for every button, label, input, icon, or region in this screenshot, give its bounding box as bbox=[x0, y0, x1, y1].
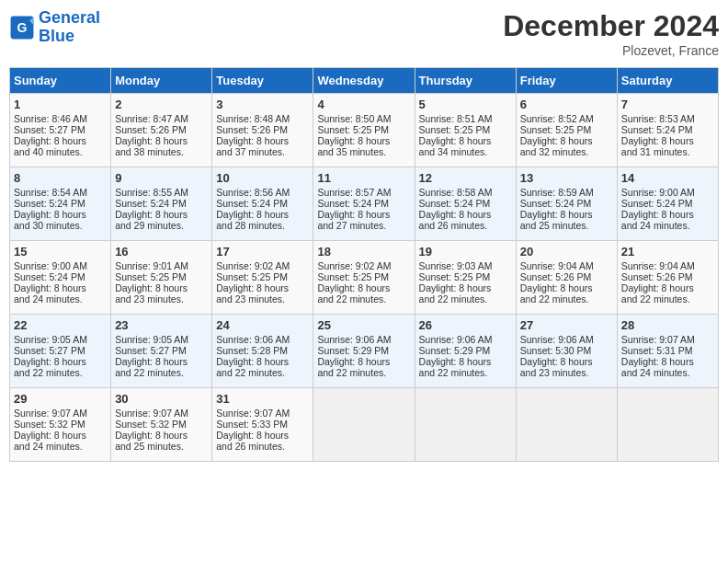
day-info: Daylight: 8 hours bbox=[419, 356, 512, 367]
day-info: and 25 minutes. bbox=[520, 220, 613, 231]
month-title: December 2024 bbox=[503, 9, 719, 43]
day-info: Sunrise: 9:06 AM bbox=[419, 334, 512, 345]
day-info: Daylight: 8 hours bbox=[621, 356, 714, 367]
calendar-cell: 6Sunrise: 8:52 AMSunset: 5:25 PMDaylight… bbox=[516, 94, 617, 167]
day-info: and 24 minutes. bbox=[621, 367, 714, 378]
day-info: Sunset: 5:30 PM bbox=[520, 345, 613, 356]
day-info: and 31 minutes. bbox=[621, 146, 714, 157]
day-info: Daylight: 8 hours bbox=[520, 356, 613, 367]
day-info: and 37 minutes. bbox=[216, 146, 309, 157]
day-info: Daylight: 8 hours bbox=[14, 356, 107, 367]
calendar-cell: 27Sunrise: 9:06 AMSunset: 5:30 PMDayligh… bbox=[516, 315, 617, 388]
day-info: and 22 minutes. bbox=[419, 293, 512, 304]
calendar-cell: 4Sunrise: 8:50 AMSunset: 5:25 PMDaylight… bbox=[313, 94, 415, 167]
calendar-cell: 15Sunrise: 9:00 AMSunset: 5:24 PMDayligh… bbox=[10, 241, 111, 315]
day-info: Daylight: 8 hours bbox=[621, 135, 714, 146]
day-info: and 28 minutes. bbox=[216, 220, 309, 231]
day-info: Daylight: 8 hours bbox=[317, 356, 410, 367]
day-info: Sunrise: 8:50 AM bbox=[317, 113, 410, 124]
day-info: Sunset: 5:29 PM bbox=[419, 345, 512, 356]
calendar-cell: 2Sunrise: 8:47 AMSunset: 5:26 PMDaylight… bbox=[111, 94, 212, 167]
calendar-cell: 7Sunrise: 8:53 AMSunset: 5:24 PMDaylight… bbox=[617, 94, 718, 167]
day-header-wednesday: Wednesday bbox=[313, 68, 415, 94]
calendar-cell: 29Sunrise: 9:07 AMSunset: 5:32 PMDayligh… bbox=[10, 388, 111, 462]
day-info: Sunrise: 8:46 AM bbox=[14, 113, 107, 124]
day-info: Sunrise: 8:58 AM bbox=[419, 187, 512, 198]
calendar-cell: 10Sunrise: 8:56 AMSunset: 5:24 PMDayligh… bbox=[212, 167, 313, 241]
day-info: Sunset: 5:26 PM bbox=[621, 271, 714, 282]
calendar-cell: 17Sunrise: 9:02 AMSunset: 5:25 PMDayligh… bbox=[212, 241, 313, 315]
day-number: 15 bbox=[14, 245, 107, 259]
title-block: December 2024 Plozevet, France bbox=[503, 9, 719, 58]
day-number: 28 bbox=[621, 318, 714, 332]
day-info: Sunrise: 9:07 AM bbox=[14, 408, 107, 419]
day-info: Sunset: 5:27 PM bbox=[14, 345, 107, 356]
day-info: Sunrise: 9:07 AM bbox=[216, 408, 309, 419]
day-info: Sunrise: 9:06 AM bbox=[216, 334, 309, 345]
calendar-cell: 16Sunrise: 9:01 AMSunset: 5:25 PMDayligh… bbox=[111, 241, 212, 315]
day-info: Daylight: 8 hours bbox=[520, 135, 613, 146]
day-number: 9 bbox=[115, 171, 208, 185]
logo-text: GeneralBlue bbox=[39, 9, 100, 46]
calendar-table: SundayMondayTuesdayWednesdayThursdayFrid… bbox=[9, 67, 719, 462]
day-info: Sunset: 5:24 PM bbox=[317, 198, 410, 209]
day-info: Daylight: 8 hours bbox=[115, 282, 208, 293]
day-info: and 26 minutes. bbox=[216, 441, 309, 452]
calendar-cell: 30Sunrise: 9:07 AMSunset: 5:32 PMDayligh… bbox=[111, 388, 212, 462]
calendar-cell: 23Sunrise: 9:05 AMSunset: 5:27 PMDayligh… bbox=[111, 315, 212, 388]
calendar-cell: 20Sunrise: 9:04 AMSunset: 5:26 PMDayligh… bbox=[516, 241, 617, 315]
day-number: 23 bbox=[115, 318, 208, 332]
day-info: and 23 minutes. bbox=[115, 293, 208, 304]
calendar-cell: 28Sunrise: 9:07 AMSunset: 5:31 PMDayligh… bbox=[617, 315, 718, 388]
day-info: and 30 minutes. bbox=[14, 220, 107, 231]
day-info: Sunset: 5:25 PM bbox=[115, 271, 208, 282]
day-info: Sunrise: 9:07 AM bbox=[621, 334, 714, 345]
day-info: Sunset: 5:32 PM bbox=[14, 419, 107, 430]
day-info: Sunrise: 9:00 AM bbox=[14, 260, 107, 271]
day-info: and 22 minutes. bbox=[216, 367, 309, 378]
day-info: and 24 minutes. bbox=[621, 220, 714, 231]
day-info: Sunrise: 8:55 AM bbox=[115, 187, 208, 198]
day-info: Sunrise: 9:02 AM bbox=[216, 260, 309, 271]
day-info: Daylight: 8 hours bbox=[520, 282, 613, 293]
day-info: Sunrise: 8:51 AM bbox=[419, 113, 512, 124]
day-info: Sunset: 5:26 PM bbox=[216, 124, 309, 135]
day-info: Sunset: 5:24 PM bbox=[14, 198, 107, 209]
day-number: 6 bbox=[520, 98, 613, 111]
day-number: 11 bbox=[317, 171, 410, 185]
day-info: and 22 minutes. bbox=[14, 367, 107, 378]
week-row-5: 29Sunrise: 9:07 AMSunset: 5:32 PMDayligh… bbox=[10, 388, 719, 462]
day-number: 16 bbox=[115, 245, 208, 259]
day-info: Sunrise: 8:57 AM bbox=[317, 187, 410, 198]
calendar-cell: 1Sunrise: 8:46 AMSunset: 5:27 PMDaylight… bbox=[10, 94, 111, 167]
day-info: and 40 minutes. bbox=[14, 146, 107, 157]
svg-text:G: G bbox=[17, 19, 28, 34]
day-info: Sunset: 5:24 PM bbox=[216, 198, 309, 209]
day-info: and 38 minutes. bbox=[115, 146, 208, 157]
day-number: 4 bbox=[317, 98, 410, 111]
page-header: G GeneralBlue December 2024 Plozevet, Fr… bbox=[9, 9, 719, 58]
calendar-cell: 18Sunrise: 9:02 AMSunset: 5:25 PMDayligh… bbox=[313, 241, 415, 315]
day-info: Sunset: 5:24 PM bbox=[621, 198, 714, 209]
day-info: Sunset: 5:26 PM bbox=[115, 124, 208, 135]
week-row-3: 15Sunrise: 9:00 AMSunset: 5:24 PMDayligh… bbox=[10, 241, 719, 315]
day-info: and 22 minutes. bbox=[115, 367, 208, 378]
day-info: Sunrise: 9:07 AM bbox=[115, 408, 208, 419]
calendar-cell: 22Sunrise: 9:05 AMSunset: 5:27 PMDayligh… bbox=[10, 315, 111, 388]
calendar-cell: 9Sunrise: 8:55 AMSunset: 5:24 PMDaylight… bbox=[111, 167, 212, 241]
day-info: Sunset: 5:31 PM bbox=[621, 345, 714, 356]
calendar-cell: 19Sunrise: 9:03 AMSunset: 5:25 PMDayligh… bbox=[415, 241, 516, 315]
day-info: Sunrise: 9:04 AM bbox=[520, 260, 613, 271]
day-number: 10 bbox=[216, 171, 309, 185]
day-info: Daylight: 8 hours bbox=[115, 135, 208, 146]
day-number: 17 bbox=[216, 245, 309, 259]
day-number: 12 bbox=[419, 171, 512, 185]
day-info: Daylight: 8 hours bbox=[216, 209, 309, 220]
day-info: Sunrise: 8:56 AM bbox=[216, 187, 309, 198]
day-info: Sunrise: 9:02 AM bbox=[317, 260, 410, 271]
day-number: 1 bbox=[14, 98, 107, 111]
day-header-monday: Monday bbox=[111, 68, 212, 94]
calendar-cell: 11Sunrise: 8:57 AMSunset: 5:24 PMDayligh… bbox=[313, 167, 415, 241]
calendar-cell: 21Sunrise: 9:04 AMSunset: 5:26 PMDayligh… bbox=[617, 241, 718, 315]
day-info: Sunset: 5:29 PM bbox=[317, 345, 410, 356]
